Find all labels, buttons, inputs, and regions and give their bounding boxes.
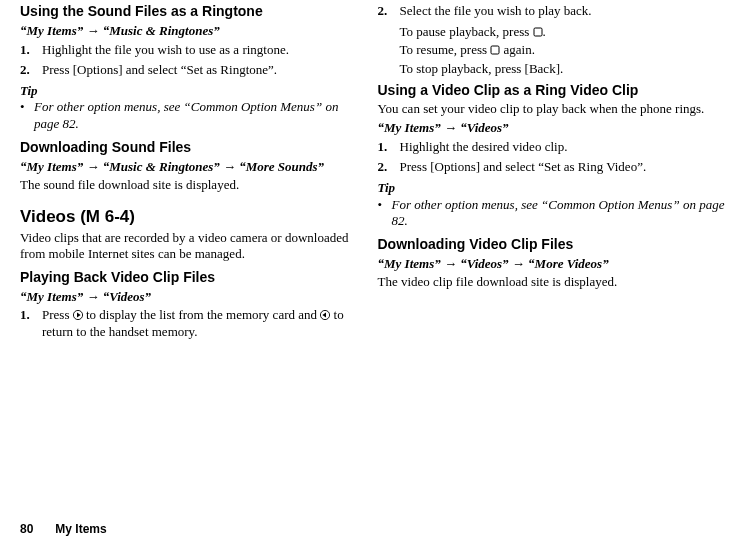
path-item: “My Items”	[20, 159, 83, 174]
tip-text: For other option menus, see “Common Opti…	[34, 99, 364, 132]
text: Press	[42, 307, 73, 322]
tip-label: Tip	[20, 83, 364, 100]
step-text: Press to display the list from the memor…	[42, 307, 364, 340]
path-item: “Videos”	[460, 120, 508, 135]
arrow-icon: →	[444, 120, 457, 135]
resume-text: To resume, press again.	[400, 42, 742, 59]
breadcrumb-videos: “My Items” → “Videos”	[378, 120, 742, 137]
path-item: “More Sounds”	[239, 159, 324, 174]
path-item: “My Items”	[20, 23, 83, 38]
text: To resume, press	[400, 42, 491, 57]
center-key-icon	[533, 27, 543, 37]
heading-download-sound: Downloading Sound Files	[20, 139, 364, 157]
arrow-icon: →	[86, 289, 99, 304]
stop-text: To stop playback, press [Back].	[400, 61, 742, 78]
right-key-icon	[73, 310, 83, 320]
videos-intro: Video clips that are recorded by a video…	[20, 230, 364, 263]
heading-use-sound-ringtone: Using the Sound Files as a Ringtone	[20, 3, 364, 21]
step-text: Highlight the file you wish to use as a …	[42, 42, 289, 59]
center-key-icon	[490, 45, 500, 55]
text: .	[543, 24, 546, 39]
list-item: 2. Press [Options] and select “Set as Ri…	[378, 159, 742, 176]
right-column: 2. Select the file you wish to play back…	[378, 3, 756, 345]
path-item: “Videos”	[103, 289, 151, 304]
page: Using the Sound Files as a Ringtone “My …	[0, 0, 755, 551]
arrow-icon: →	[223, 159, 236, 174]
steps-list: 1. Highlight the file you wish to use as…	[20, 42, 364, 79]
svg-rect-4	[534, 28, 542, 36]
tip-label: Tip	[378, 180, 742, 197]
ring-video-intro: You can set your video clip to play back…	[378, 101, 742, 118]
list-item: 1. Press to display the list from the me…	[20, 307, 364, 340]
tip-text: For other option menus, see “Common Opti…	[392, 197, 742, 230]
bullet-icon: •	[20, 99, 34, 132]
svg-rect-5	[491, 46, 499, 54]
steps-list: 2. Select the file you wish to play back…	[378, 3, 742, 20]
bullet-icon: •	[378, 197, 392, 230]
svg-marker-1	[77, 313, 81, 318]
path-item: “Videos”	[460, 256, 508, 271]
arrow-icon: →	[86, 159, 99, 174]
list-item: 1. Highlight the file you wish to use as…	[20, 42, 364, 59]
section-title: My Items	[55, 522, 106, 536]
page-footer: 80My Items	[20, 522, 107, 537]
step-text: Press [Options] and select “Set as Ring …	[400, 159, 647, 176]
path-item: “My Items”	[378, 256, 441, 271]
path-item: “Music & Ringtones”	[103, 23, 220, 38]
download-sound-text: The sound file download site is displaye…	[20, 177, 364, 194]
left-key-icon	[320, 310, 330, 320]
left-column: Using the Sound Files as a Ringtone “My …	[0, 3, 378, 345]
breadcrumb-videos: “My Items” → “Videos”	[20, 289, 364, 306]
columns: Using the Sound Files as a Ringtone “My …	[0, 3, 755, 345]
heading-download-video: Downloading Video Clip Files	[378, 236, 742, 254]
list-item: 2. Select the file you wish to play back…	[378, 3, 742, 20]
download-video-text: The video clip file download site is dis…	[378, 274, 742, 291]
step-number: 1.	[378, 139, 400, 156]
arrow-icon: →	[444, 256, 457, 271]
path-item: “Music & Ringtones”	[103, 159, 220, 174]
arrow-icon: →	[86, 23, 99, 38]
path-item: “More Videos”	[528, 256, 609, 271]
tip-row: • For other option menus, see “Common Op…	[20, 99, 364, 132]
breadcrumb-more-sounds: “My Items” → “Music & Ringtones” → “More…	[20, 159, 364, 176]
text: to display the list from the memory card…	[83, 307, 321, 322]
page-number: 80	[20, 522, 33, 536]
step-number: 2.	[378, 159, 400, 176]
breadcrumb-more-videos: “My Items” → “Videos” → “More Videos”	[378, 256, 742, 273]
pause-text: To pause playback, press .	[400, 24, 742, 41]
list-item: 1. Highlight the desired video clip.	[378, 139, 742, 156]
step-text: Select the file you wish to play back.	[400, 3, 592, 20]
heading-videos: Videos (M 6-4)	[20, 206, 364, 228]
text: again.	[500, 42, 535, 57]
heading-ring-video-clip: Using a Video Clip as a Ring Video Clip	[378, 82, 742, 100]
step-number: 1.	[20, 307, 42, 340]
step-number: 1.	[20, 42, 42, 59]
steps-list: 1. Highlight the desired video clip. 2. …	[378, 139, 742, 176]
path-item: “My Items”	[378, 120, 441, 135]
text: To pause playback, press	[400, 24, 533, 39]
arrow-icon: →	[512, 256, 525, 271]
breadcrumb-music-ringtones: “My Items” → “Music & Ringtones”	[20, 23, 364, 40]
step-number: 2.	[378, 3, 400, 20]
step-number: 2.	[20, 62, 42, 79]
svg-marker-3	[323, 313, 327, 318]
step-text: Press [Options] and select “Set as Ringt…	[42, 62, 277, 79]
steps-list: 1. Press to display the list from the me…	[20, 307, 364, 340]
sub-steps: To pause playback, press . To resume, pr…	[378, 24, 742, 78]
heading-play-video: Playing Back Video Clip Files	[20, 269, 364, 287]
step-text: Highlight the desired video clip.	[400, 139, 568, 156]
tip-row: • For other option menus, see “Common Op…	[378, 197, 742, 230]
path-item: “My Items”	[20, 289, 83, 304]
list-item: 2. Press [Options] and select “Set as Ri…	[20, 62, 364, 79]
